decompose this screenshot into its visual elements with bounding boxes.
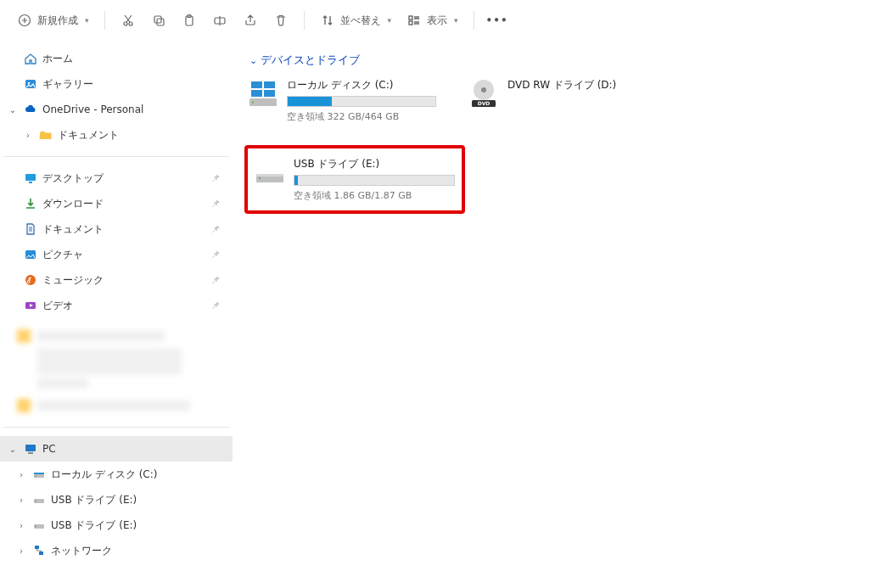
- chevron-right-icon[interactable]: ›: [15, 521, 27, 530]
- sidebar-item-documents2[interactable]: ドキュメント 📌︎: [0, 216, 233, 242]
- pc-icon: [24, 442, 37, 456]
- delete-button[interactable]: [266, 8, 295, 33]
- sidebar-item-documents[interactable]: › ドキュメント: [0, 122, 233, 148]
- sidebar-item-onedrive[interactable]: ⌄ OneDrive - Personal: [0, 97, 233, 122]
- drive-d[interactable]: DVD DVD RW ドライブ (D:): [465, 75, 643, 126]
- svg-rect-8: [409, 16, 412, 20]
- dvd-drive-icon: DVD: [468, 78, 499, 109]
- svg-rect-20: [34, 473, 44, 474]
- chevron-down-icon: ▾: [85, 16, 89, 25]
- svg-rect-17: [25, 445, 36, 451]
- chevron-down-icon[interactable]: ⌄: [7, 105, 19, 115]
- pin-icon: 📌︎: [210, 198, 221, 210]
- svg-rect-18: [28, 452, 33, 454]
- view-button[interactable]: 表示 ▾: [400, 8, 465, 33]
- chevron-down-icon: ⌄: [249, 55, 257, 66]
- svg-rect-31: [264, 81, 275, 88]
- new-button[interactable]: 新規作成 ▾: [10, 8, 96, 33]
- drive-free-space: 空き領域 1.86 GB/1.87 GB: [294, 189, 455, 202]
- svg-point-25: [35, 526, 36, 528]
- paste-icon: [182, 13, 197, 28]
- sidebar-item-usb1[interactable]: › USB ドライブ (E:): [0, 487, 233, 512]
- chevron-right-icon[interactable]: ›: [15, 470, 27, 479]
- svg-point-35: [481, 87, 486, 92]
- svg-rect-13: [29, 182, 32, 183]
- chevron-right-icon[interactable]: ›: [22, 131, 34, 140]
- trash-icon: [273, 13, 289, 28]
- pin-icon: 📌︎: [210, 274, 221, 286]
- view-icon: [406, 13, 422, 28]
- cloud-icon: [24, 103, 37, 116]
- svg-rect-30: [251, 81, 262, 88]
- usb-icon: [32, 518, 46, 532]
- pin-icon: 📌︎: [210, 249, 221, 260]
- more-icon: •••: [490, 13, 505, 28]
- cut-button[interactable]: [114, 8, 143, 33]
- drive-usage-bar: [294, 175, 455, 186]
- sidebar-item-home[interactable]: ホーム: [0, 46, 233, 71]
- toolbar: 新規作成 ▾ 並べ替え ▾ 表示 ▾ •••: [0, 0, 869, 41]
- divider: [474, 11, 474, 30]
- svg-point-29: [252, 102, 254, 104]
- chevron-down-icon[interactable]: ⌄: [7, 445, 19, 454]
- view-label: 表示: [427, 14, 447, 28]
- chevron-right-icon[interactable]: ›: [15, 546, 27, 556]
- sidebar-item-desktop[interactable]: デスクトップ 📌︎: [0, 165, 233, 191]
- share-icon: [243, 13, 258, 28]
- plus-circle-icon: [17, 13, 32, 28]
- svg-rect-32: [251, 90, 262, 97]
- svg-point-21: [35, 476, 36, 478]
- svg-rect-12: [25, 174, 36, 181]
- svg-rect-9: [409, 21, 412, 25]
- network-icon: [32, 544, 46, 557]
- sidebar-item-music[interactable]: ミュージック 📌︎: [0, 267, 233, 293]
- sidebar-item-pc[interactable]: ⌄ PC: [0, 436, 233, 462]
- chevron-down-icon: ▾: [388, 16, 392, 25]
- pictures-icon: [24, 248, 37, 261]
- copy-button[interactable]: [144, 8, 173, 33]
- redacted-area: [0, 323, 233, 418]
- new-label: 新規作成: [37, 14, 78, 28]
- usb-drive-icon: [255, 157, 285, 188]
- sidebar-item-downloads[interactable]: ダウンロード 📌︎: [0, 191, 233, 216]
- svg-point-39: [259, 177, 261, 179]
- pin-icon: 📌︎: [210, 223, 221, 235]
- svg-point-23: [35, 501, 36, 502]
- sort-button[interactable]: 並べ替え ▾: [313, 8, 399, 33]
- sidebar-item-usb2[interactable]: › USB ドライブ (E:): [0, 512, 233, 538]
- sidebar-item-network[interactable]: › ネットワーク: [0, 538, 233, 563]
- copy-icon: [151, 13, 166, 28]
- divider: [3, 427, 229, 428]
- svg-point-15: [25, 275, 36, 285]
- drive-free-space: 空き領域 322 GB/464 GB: [287, 110, 436, 123]
- chevron-down-icon: ▾: [454, 16, 458, 25]
- sidebar-item-pictures[interactable]: ピクチャ 📌︎: [0, 242, 233, 267]
- svg-point-1: [124, 22, 127, 25]
- svg-point-2: [129, 22, 132, 25]
- rename-button[interactable]: [205, 8, 234, 33]
- sort-icon: [320, 13, 335, 28]
- share-button[interactable]: [236, 8, 265, 33]
- divider: [3, 156, 229, 157]
- document-icon: [24, 222, 37, 236]
- download-icon: [24, 197, 37, 210]
- group-header-devices[interactable]: ⌄ デバイスとドライブ: [249, 53, 360, 68]
- video-icon: [24, 299, 37, 312]
- home-icon: [24, 52, 37, 65]
- sidebar-item-localdisk[interactable]: › ローカル ディスク (C:): [0, 462, 233, 487]
- drive-c[interactable]: ローカル ディスク (C:) 空き領域 322 GB/464 GB: [244, 75, 440, 126]
- drive-title: USB ドライブ (E:): [294, 157, 455, 171]
- sidebar-item-gallery[interactable]: ギャラリー: [0, 71, 233, 97]
- svg-rect-40: [256, 174, 283, 176]
- paste-button[interactable]: [175, 8, 204, 33]
- drive-title: ローカル ディスク (C:): [287, 78, 436, 92]
- svg-rect-27: [39, 552, 43, 555]
- sidebar-item-videos[interactable]: ビデオ 📌︎: [0, 293, 233, 318]
- drive-usage-bar: [287, 96, 436, 107]
- pin-icon: 📌︎: [210, 172, 221, 184]
- pin-icon: 📌︎: [210, 300, 221, 311]
- chevron-right-icon[interactable]: ›: [15, 496, 27, 505]
- more-button[interactable]: •••: [483, 8, 512, 33]
- svg-rect-33: [264, 90, 275, 97]
- drive-e-highlighted[interactable]: USB ドライブ (E:) 空き領域 1.86 GB/1.87 GB: [244, 145, 465, 214]
